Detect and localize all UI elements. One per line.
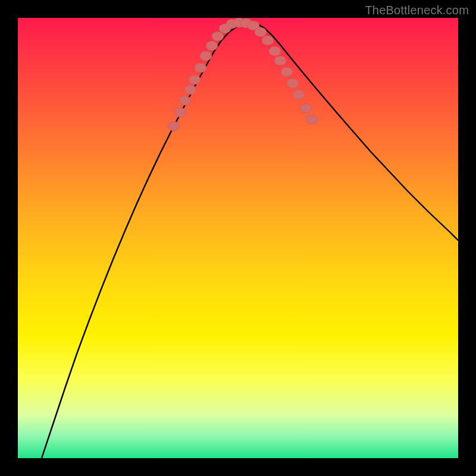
chart-stage: TheBottleneck.com [0, 0, 476, 476]
plot-area [18, 18, 458, 458]
highlight-marker [195, 63, 206, 73]
highlight-marker [255, 27, 267, 37]
highlight-marker [174, 108, 186, 117]
highlight-marker [300, 104, 312, 113]
highlight-marker [212, 32, 224, 41]
watermark-text: TheBottleneck.com [365, 4, 469, 17]
highlight-marker [189, 75, 201, 84]
highlight-marker [168, 121, 180, 131]
chart-svg [18, 18, 458, 458]
highlight-marker [281, 67, 293, 77]
highlight-marker [287, 79, 299, 88]
highlight-marker [184, 85, 196, 95]
highlight-marker [274, 56, 286, 65]
highlight-marker [306, 115, 318, 124]
highlight-marker [206, 41, 218, 51]
highlight-marker [269, 46, 281, 56]
gradient-background [18, 18, 458, 458]
highlight-marker [293, 90, 305, 99]
highlight-marker [200, 51, 212, 61]
highlight-marker [179, 96, 191, 105]
highlight-marker [262, 36, 274, 45]
